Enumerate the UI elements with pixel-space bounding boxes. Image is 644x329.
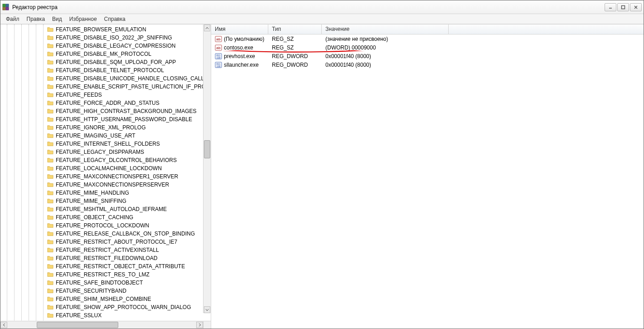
tree-vertical-scrollbar[interactable] bbox=[203, 25, 211, 313]
tree-item[interactable]: FEATURE_RESTRICT_ABOUT_PROTOCOL_IE7 bbox=[0, 238, 211, 246]
tree-item[interactable]: FEATURE_DISABLE_MK_PROTOCOL bbox=[0, 50, 211, 58]
minimize-button[interactable] bbox=[605, 3, 616, 11]
folder-icon bbox=[47, 312, 54, 319]
tree-item[interactable]: FEATURE_BROWSER_EMULATION bbox=[0, 25, 211, 34]
cell-value: 0x00001f40 (8000) bbox=[322, 53, 503, 59]
scroll-left-arrow-icon[interactable] bbox=[0, 322, 7, 328]
dword-value-icon bbox=[215, 53, 222, 60]
list-row[interactable]: sllauncher.exeREG_DWORD0x00001f40 (8000) bbox=[211, 60, 644, 69]
menu-help[interactable]: Справка bbox=[101, 15, 129, 23]
content-area: FEATURE_BROWSER_EMULATIONFEATURE_DISABLE… bbox=[0, 24, 644, 329]
tree-pane: FEATURE_BROWSER_EMULATIONFEATURE_DISABLE… bbox=[0, 25, 211, 329]
tree-item[interactable]: FEATURE_RESTRICT_RES_TO_LMZ bbox=[0, 270, 211, 279]
scroll-thumb[interactable] bbox=[204, 140, 210, 158]
scroll-up-arrow-icon[interactable] bbox=[204, 25, 210, 31]
tree-item[interactable]: FEATURE_DISABLE_SQM_UPLOAD_FOR_APP bbox=[0, 58, 211, 66]
tree-item-label: FEATURE_MSHTML_AUTOLOAD_IEFRAME bbox=[56, 206, 167, 212]
tree-item-label: FEATURE_DISABLE_ISO_2022_JP_SNIFFING bbox=[56, 34, 172, 41]
tree-item[interactable]: FEATURE_MAXCONNECTIONSPER1_0SERVER bbox=[0, 172, 211, 181]
list-row[interactable]: prevhost.exeREG_DWORD0x00001f40 (8000) bbox=[211, 52, 644, 60]
tree-item[interactable]: FEATURE_SHOW_APP_PROTOCOL_WARN_DIALOG bbox=[0, 303, 211, 311]
window-buttons bbox=[605, 3, 642, 11]
tree-item[interactable]: FEATURE_DISABLE_ISO_2022_JP_SNIFFING bbox=[0, 34, 211, 42]
tree-item[interactable]: FEATURE_OBJECT_CACHING bbox=[0, 213, 211, 221]
folder-icon bbox=[47, 43, 54, 49]
tree-item[interactable]: FEATURE_LOCALMACHINE_LOCKDOWN bbox=[0, 164, 211, 172]
tree-item[interactable]: FEATURE_SAFE_BINDTOOBJECT bbox=[0, 279, 211, 287]
tree-scroll[interactable]: FEATURE_BROWSER_EMULATIONFEATURE_DISABLE… bbox=[0, 25, 211, 321]
tree-item[interactable]: FEATURE_MSHTML_AUTOLOAD_IEFRAME bbox=[0, 205, 211, 213]
menu-favorites[interactable]: Избранное bbox=[66, 15, 101, 23]
tree-item-label: FEATURE_DISABLE_MK_PROTOCOL bbox=[56, 51, 151, 57]
close-button[interactable] bbox=[630, 3, 642, 11]
value-name: contoso.exe bbox=[224, 44, 253, 51]
tree-item[interactable]: FEATURE_SECURITYBAND bbox=[0, 287, 211, 295]
scroll-thumb[interactable] bbox=[37, 322, 118, 328]
tree-item[interactable]: FEATURE_MIME_SNIFFING bbox=[0, 197, 211, 205]
tree-item[interactable]: FEATURE_FORCE_ADDR_AND_STATUS bbox=[0, 99, 211, 107]
tree-item[interactable]: FEATURE_LEGACY_DLCONTROL_BEHAVIORS bbox=[0, 156, 211, 164]
tree-item[interactable]: FEATURE_DISABLE_TELNET_PROTOCOL bbox=[0, 66, 211, 74]
folder-icon bbox=[47, 141, 54, 147]
tree-item[interactable]: FEATURE_SHIM_MSHELP_COMBINE bbox=[0, 295, 211, 303]
tree-item[interactable]: FEATURE_HTTP_USERNAME_PASSWORD_DISABLE bbox=[0, 115, 211, 123]
tree-item-label: FEATURE_ENABLE_SCRIPT_PASTE_URLACTION_IF… bbox=[56, 83, 211, 90]
menu-edit[interactable]: Правка bbox=[23, 15, 49, 23]
menubar: Файл Правка Вид Избранное Справка bbox=[0, 14, 644, 24]
value-name: prevhost.exe bbox=[224, 53, 255, 59]
folder-icon bbox=[47, 157, 54, 163]
list-header: Имя Тип Значение bbox=[211, 25, 644, 34]
tree-item[interactable]: FEATURE_RELEASE_CALLBACK_ON_STOP_BINDING bbox=[0, 230, 211, 238]
registry-editor-window: Редактор реестра Файл Правка Вид Избранн… bbox=[0, 0, 644, 329]
tree-item[interactable]: FEATURE_HIGH_CONTRAST_BACKGROUND_IMAGES bbox=[0, 107, 211, 115]
folder-icon bbox=[47, 206, 54, 212]
folder-icon bbox=[47, 280, 54, 286]
folder-icon bbox=[47, 263, 54, 270]
tree-item[interactable]: FEATURE_DISABLE_UNICODE_HANDLE_CLOSING_C… bbox=[0, 74, 211, 83]
scroll-right-arrow-icon[interactable] bbox=[196, 322, 203, 328]
folder-icon bbox=[47, 116, 54, 123]
folder-icon bbox=[47, 271, 54, 278]
column-header-type[interactable]: Тип bbox=[268, 25, 322, 34]
folder-icon bbox=[47, 67, 54, 74]
tree-item[interactable]: FEATURE_FEEDS bbox=[0, 91, 211, 99]
folder-icon bbox=[47, 26, 54, 33]
cell-name: contoso.exe bbox=[211, 44, 268, 51]
list-row[interactable]: (По умолчанию)REG_SZ(значение не присвое… bbox=[211, 34, 644, 43]
tree-item[interactable]: FEATURE_IGNORE_XML_PROLOG bbox=[0, 123, 211, 132]
tree-item[interactable]: FEATURE_INTERNET_SHELL_FOLDERS bbox=[0, 140, 211, 148]
value-name: sllauncher.exe bbox=[224, 62, 259, 68]
tree-item[interactable]: FEATURE_RESTRICT_FILEDOWNLOAD bbox=[0, 254, 211, 262]
tree-item[interactable]: FEATURE_RESTRICT_OBJECT_DATA_ATTRIBUTE bbox=[0, 262, 211, 270]
tree-item[interactable]: FEATURE_IMAGING_USE_ART bbox=[0, 132, 211, 140]
folder-icon bbox=[47, 83, 54, 90]
value-name: (По умолчанию) bbox=[224, 36, 264, 42]
tree-item[interactable]: FEATURE_RESTRICT_ACTIVEXINSTALL bbox=[0, 246, 211, 254]
tree-item-label: FEATURE_FEEDS bbox=[56, 92, 102, 98]
menu-file[interactable]: Файл bbox=[2, 15, 23, 23]
scroll-down-arrow-icon[interactable] bbox=[204, 306, 210, 313]
folder-icon bbox=[47, 255, 54, 261]
menu-view[interactable]: Вид bbox=[48, 15, 66, 23]
window-title: Редактор реестра bbox=[12, 4, 605, 10]
tree-item-label: FEATURE_DISABLE_SQM_UPLOAD_FOR_APP bbox=[56, 59, 176, 65]
list-row[interactable]: contoso.exeREG_SZ(DWORD) 00009000 bbox=[211, 43, 644, 52]
tree-item[interactable]: FEATURE_MIME_HANDLING bbox=[0, 189, 211, 197]
tree-item[interactable]: FEATURE_DISABLE_LEGACY_COMPRESSION bbox=[0, 42, 211, 50]
tree-item-label: FEATURE_MIME_HANDLING bbox=[56, 190, 129, 196]
cell-value: (значение не присвоено) bbox=[322, 36, 503, 42]
tree-item-label: FEATURE_SECURITYBAND bbox=[56, 288, 126, 294]
tree-item-label: FEATURE_HIGH_CONTRAST_BACKGROUND_IMAGES bbox=[56, 108, 197, 114]
column-header-value[interactable]: Значение bbox=[322, 25, 449, 34]
tree-item[interactable]: FEATURE_LEGACY_DISPPARAMS bbox=[0, 148, 211, 156]
tree-item-label: FEATURE_LEGACY_DLCONTROL_BEHAVIORS bbox=[56, 157, 177, 163]
maximize-button[interactable] bbox=[617, 3, 629, 11]
tree-item[interactable]: FEATURE_SSLUX bbox=[0, 311, 211, 319]
tree-horizontal-scrollbar[interactable] bbox=[0, 321, 211, 329]
tree-item[interactable]: FEATURE_ENABLE_SCRIPT_PASTE_URLACTION_IF… bbox=[0, 83, 211, 91]
tree-item[interactable]: FEATURE_MAXCONNECTIONSPERSERVER bbox=[0, 181, 211, 189]
tree-list: FEATURE_BROWSER_EMULATIONFEATURE_DISABLE… bbox=[0, 25, 211, 321]
tree-item[interactable]: FEATURE_PROTOCOL_LOCKDOWN bbox=[0, 221, 211, 230]
column-header-name[interactable]: Имя bbox=[211, 25, 268, 34]
list-body[interactable]: (По умолчанию)REG_SZ(значение не присвое… bbox=[211, 34, 644, 329]
